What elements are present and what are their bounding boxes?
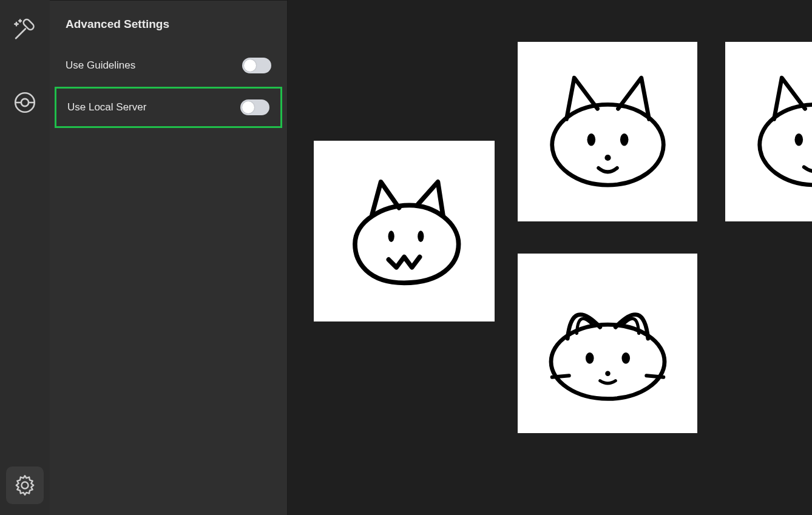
setting-use-guidelines: Use Guidelines [50, 47, 287, 84]
canvas-area[interactable] [288, 0, 812, 515]
nav-pokeball[interactable] [7, 85, 42, 120]
sketch-card-1[interactable] [314, 141, 495, 321]
svg-point-5 [21, 99, 29, 106]
svg-line-1 [16, 29, 25, 39]
setting-label-local-server: Use Local Server [67, 101, 146, 113]
setting-use-local-server: Use Local Server [55, 87, 282, 128]
cat-drawing [326, 153, 482, 309]
settings-icon [13, 474, 36, 497]
toggle-knob [244, 59, 256, 72]
toggle-knob [242, 101, 254, 113]
sketch-card-2[interactable] [518, 42, 697, 221]
app-root: Advanced Settings Use Guidelines Use Loc… [0, 0, 812, 515]
cat-drawing [530, 55, 685, 209]
toggle-use-guidelines[interactable] [242, 58, 271, 73]
panel-title: Advanced Settings [50, 18, 287, 47]
sketch-card-3[interactable] [518, 254, 697, 433]
svg-point-6 [21, 482, 28, 488]
nav-settings[interactable] [6, 466, 44, 504]
sketch-card-4[interactable] [725, 42, 812, 221]
cat-drawing [530, 266, 685, 421]
toggle-use-local-server[interactable] [240, 99, 269, 115]
settings-panel: Advanced Settings Use Guidelines Use Loc… [50, 0, 288, 515]
nav-wand[interactable] [7, 13, 42, 49]
setting-label-guidelines: Use Guidelines [66, 59, 135, 72]
cat-drawing [738, 55, 813, 209]
pokeball-icon [12, 90, 38, 115]
nav-rail [0, 0, 50, 515]
wand-icon [12, 18, 38, 44]
